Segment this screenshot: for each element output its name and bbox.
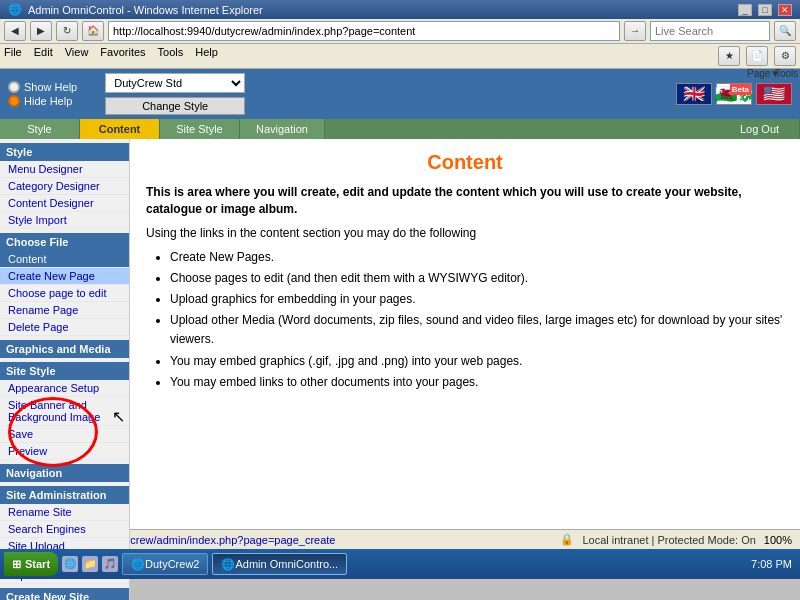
flags-area: Beta 🐉 bbox=[676, 83, 792, 105]
sidebar-item-appearance-setup[interactable]: Appearance Setup bbox=[0, 380, 129, 397]
back-button[interactable]: ◀ bbox=[4, 21, 26, 41]
menu-file[interactable]: File bbox=[4, 46, 22, 66]
taskbar-media-icon[interactable]: 🎵 bbox=[102, 556, 118, 572]
menu-help[interactable]: Help bbox=[195, 46, 218, 66]
list-item: Choose pages to edit (and then edit them… bbox=[170, 269, 784, 288]
address-bar[interactable] bbox=[108, 21, 620, 41]
style-dropdown[interactable]: DutyCrew Std bbox=[105, 73, 245, 93]
sidebar-item-choose-page[interactable]: Choose page to edit bbox=[0, 285, 129, 302]
sidebar-item-content-designer[interactable]: Content Designer bbox=[0, 195, 129, 212]
sidebar-section-site-admin: Site Administration bbox=[0, 486, 129, 504]
show-help-radio[interactable] bbox=[8, 81, 20, 93]
home-button[interactable]: 🏠 bbox=[82, 21, 104, 41]
content-list: Create New Pages. Choose pages to edit (… bbox=[170, 248, 784, 392]
sidebar: Style Menu Designer Category Designer Co… bbox=[0, 139, 130, 600]
list-item: You may embed graphics (.gif, .jpg and .… bbox=[170, 352, 784, 371]
sidebar-item-search-engines[interactable]: Search Engines bbox=[0, 521, 129, 538]
sidebar-item-rename-site[interactable]: Rename Site bbox=[0, 504, 129, 521]
search-go-button[interactable]: 🔍 bbox=[774, 21, 796, 41]
sidebar-section-choose-file: Choose File bbox=[0, 233, 129, 251]
go-button[interactable]: → bbox=[624, 21, 646, 41]
flag-wales[interactable]: Beta 🐉 bbox=[716, 83, 752, 105]
menu-favorites[interactable]: Favorites bbox=[100, 46, 145, 66]
sidebar-item-create-new-page[interactable]: Create New Page bbox=[0, 268, 129, 285]
refresh-button[interactable]: ↻ bbox=[56, 21, 78, 41]
main-layout: Style Menu Designer Category Designer Co… bbox=[0, 139, 800, 529]
sidebar-item-delete-page[interactable]: Delete Page bbox=[0, 319, 129, 336]
sidebar-wrapper: Style Menu Designer Category Designer Co… bbox=[0, 139, 130, 529]
zoom-level: 100% bbox=[764, 534, 792, 546]
sidebar-section-site-style: Site Style bbox=[0, 362, 129, 380]
browser-icon: 🌐 bbox=[8, 3, 22, 16]
sidebar-item-content[interactable]: Content bbox=[0, 251, 129, 268]
start-label: Start bbox=[25, 558, 50, 570]
admin-icon: 🌐 bbox=[221, 558, 235, 571]
taskbar-item-admin[interactable]: 🌐 Admin OmniContro... bbox=[212, 553, 347, 575]
hide-help-radio[interactable] bbox=[8, 95, 20, 107]
menu-tools[interactable]: Tools bbox=[158, 46, 184, 66]
search-input[interactable] bbox=[650, 21, 770, 41]
security-icon: 🔒 bbox=[560, 533, 574, 546]
browser-toolbar: ◀ ▶ ↻ 🏠 → 🔍 bbox=[0, 19, 800, 44]
browser-title-text: Admin OmniControl - Windows Internet Exp… bbox=[28, 4, 732, 16]
content-intro: This is area where you will create, edit… bbox=[146, 184, 784, 218]
taskbar-clock: 7:08 PM bbox=[751, 558, 796, 570]
sidebar-item-save[interactable]: Save bbox=[0, 426, 129, 443]
hide-help-label: Hide Help bbox=[24, 95, 72, 107]
taskbar-icons: 🌐 📁 🎵 bbox=[62, 556, 118, 572]
favorites-btn[interactable]: ★ bbox=[718, 46, 740, 66]
status-security: Local intranet | Protected Mode: On bbox=[582, 534, 755, 546]
taskbar-item-label: Admin OmniContro... bbox=[235, 558, 338, 570]
browser-menu-bar: File Edit View Favorites Tools Help ★ 📄 … bbox=[0, 44, 800, 69]
app-header: Show Help Hide Help DutyCrew Std Change … bbox=[0, 69, 800, 119]
sidebar-item-category-designer[interactable]: Category Designer bbox=[0, 178, 129, 195]
style-select-area: DutyCrew Std Change Style bbox=[105, 73, 245, 115]
list-item: You may embed links to other documents i… bbox=[170, 373, 784, 392]
content-title: Content bbox=[146, 151, 784, 174]
list-item: Create New Pages. bbox=[170, 248, 784, 267]
nav-tabs: Style Content Site Style Navigation Log … bbox=[0, 119, 800, 139]
content-sub: Using the links in the content section y… bbox=[146, 226, 784, 240]
maximize-button[interactable]: □ bbox=[758, 4, 772, 16]
sidebar-section-navigation: Navigation bbox=[0, 464, 129, 482]
tab-navigation[interactable]: Navigation bbox=[240, 119, 325, 139]
menu-edit[interactable]: Edit bbox=[34, 46, 53, 66]
dutycrew-icon: 🌐 bbox=[131, 558, 145, 571]
menu-view[interactable]: View bbox=[65, 46, 89, 66]
list-item: Upload other Media (Word documents, zip … bbox=[170, 311, 784, 349]
show-help-label: Show Help bbox=[24, 81, 77, 93]
change-style-button[interactable]: Change Style bbox=[105, 97, 245, 115]
tab-style[interactable]: Style bbox=[0, 119, 80, 139]
content-area: Content This is area where you will crea… bbox=[130, 139, 800, 529]
tab-content[interactable]: Content bbox=[80, 119, 160, 139]
windows-logo-icon: ⊞ bbox=[12, 558, 21, 571]
list-item: Upload graphics for embedding in your pa… bbox=[170, 290, 784, 309]
taskbar-ie-icon[interactable]: 🌐 bbox=[62, 556, 78, 572]
taskbar-item-label: DutyCrew2 bbox=[145, 558, 199, 570]
hide-help-item[interactable]: Hide Help bbox=[8, 95, 77, 107]
sidebar-section-create-new-site: Create New Site bbox=[0, 588, 129, 600]
tools-btn[interactable]: ⚙ Tools▼ bbox=[774, 46, 796, 66]
tab-site-style[interactable]: Site Style bbox=[160, 119, 240, 139]
forward-button[interactable]: ▶ bbox=[30, 21, 52, 41]
flag-us[interactable] bbox=[756, 83, 792, 105]
beta-badge: Beta bbox=[730, 84, 751, 95]
sidebar-item-menu-designer[interactable]: Menu Designer bbox=[0, 161, 129, 178]
start-button[interactable]: ⊞ Start bbox=[4, 552, 58, 576]
show-help-item[interactable]: Show Help bbox=[8, 81, 77, 93]
flag-uk[interactable] bbox=[676, 83, 712, 105]
taskbar-item-dutycrew[interactable]: 🌐 DutyCrew2 bbox=[122, 553, 208, 575]
taskbar-folder-icon[interactable]: 📁 bbox=[82, 556, 98, 572]
sidebar-item-site-banner[interactable]: Site Banner and Background Image bbox=[0, 397, 129, 426]
sidebar-section-graphics: Graphics and Media bbox=[0, 340, 129, 358]
help-section: Show Help Hide Help bbox=[8, 81, 77, 107]
taskbar: ⊞ Start 🌐 📁 🎵 🌐 DutyCrew2 🌐 Admin OmniCo… bbox=[0, 549, 800, 579]
sidebar-item-style-import[interactable]: Style Import bbox=[0, 212, 129, 229]
sidebar-section-style: Style bbox=[0, 143, 129, 161]
tab-logout[interactable]: Log Out bbox=[720, 119, 800, 139]
sidebar-item-preview[interactable]: Preview bbox=[0, 443, 129, 460]
minimize-button[interactable]: _ bbox=[738, 4, 752, 16]
page-btn[interactable]: 📄 Page▼ bbox=[746, 46, 768, 66]
close-button[interactable]: ✕ bbox=[778, 4, 792, 16]
sidebar-item-rename-page[interactable]: Rename Page bbox=[0, 302, 129, 319]
